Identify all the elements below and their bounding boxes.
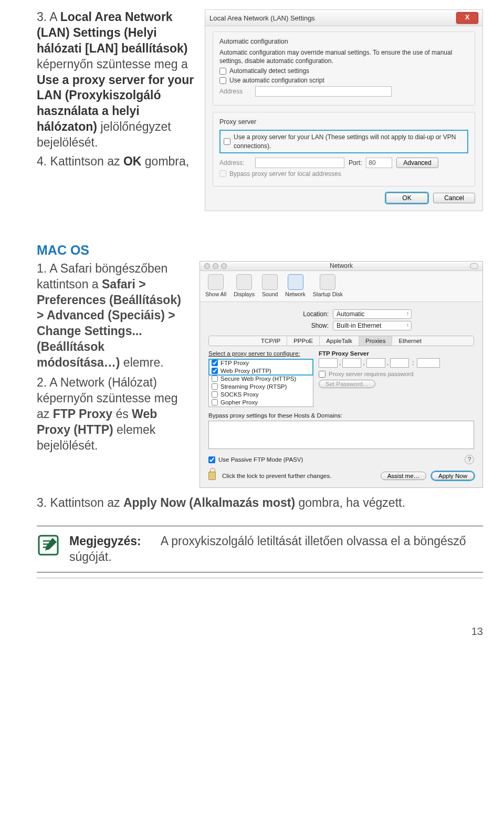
t: gombra, ha végzett. — [295, 496, 405, 509]
script-address-input[interactable] — [255, 86, 392, 97]
lock-text: Click the lock to prevent further change… — [222, 473, 331, 479]
checkbox[interactable] — [212, 383, 218, 390]
label: Sound — [262, 291, 278, 297]
value: Automatic — [337, 310, 364, 318]
lan-settings-dialog: Local Area Network (LAN) Settings X Auto… — [205, 9, 483, 211]
proxy-address-label: Address: — [219, 159, 251, 166]
tab-proxies[interactable]: Proxies — [359, 336, 392, 346]
label: Use Passive FTP Mode (PASV) — [218, 456, 303, 463]
proxy-address-fields: . . . : — [319, 358, 474, 368]
apply-now-button[interactable]: Apply Now — [432, 472, 474, 480]
advanced-button[interactable]: Advanced — [396, 158, 438, 168]
show-label: Show: — [271, 322, 329, 329]
tab-tcpip[interactable]: TCP/IP — [255, 336, 287, 346]
port-input[interactable] — [366, 158, 392, 168]
chk-bypass[interactable]: Bypass proxy server for local addresses — [219, 170, 468, 178]
proxy-sweb[interactable]: Secure Web Proxy (HTTPS) — [209, 375, 313, 383]
checkbox[interactable] — [208, 456, 215, 463]
t: 4. Kattintson az — [37, 154, 123, 168]
label: Startup Disk — [313, 291, 343, 297]
step-3: 3. A Local Area Network (LAN) Settings (… — [37, 9, 194, 151]
tb-startup[interactable]: Startup Disk — [313, 274, 343, 297]
location-select[interactable]: Automatic — [333, 309, 412, 319]
group-proxy-title: Proxy server — [217, 118, 258, 126]
checkbox[interactable] — [219, 170, 226, 177]
tb-showall[interactable]: Show All — [205, 274, 226, 297]
checkbox[interactable] — [212, 391, 218, 398]
sound-icon — [262, 274, 278, 290]
note-icon — [37, 534, 60, 557]
note: Megjegyzés: A proxykiszolgáló letiltását… — [37, 526, 483, 573]
tb-displays[interactable]: Displays — [234, 274, 255, 297]
t: 3. Kattintson az — [37, 496, 123, 509]
tab-pppoe[interactable]: PPPoE — [287, 336, 320, 346]
chk-pasv[interactable]: Use Passive FTP Mode (PASV) — [208, 456, 303, 463]
t: Apply Now (Alkalmazás most) — [123, 496, 295, 509]
grid-icon — [208, 274, 224, 290]
display-icon — [236, 274, 252, 290]
mac-titlebar: Network — [200, 262, 482, 271]
ip1[interactable] — [319, 358, 338, 368]
tab-appletalk[interactable]: AppleTalk — [320, 336, 359, 346]
ip4[interactable] — [390, 358, 409, 368]
label: Network — [285, 291, 306, 297]
checkbox[interactable] — [224, 138, 230, 145]
chk-detect[interactable]: Automatically detect settings — [219, 67, 468, 75]
proxy-port[interactable] — [417, 358, 440, 368]
t: elemre. — [120, 356, 163, 369]
port-label: Port: — [349, 159, 362, 166]
mac-step-1: 1. A Safari böngészőben kattintson a Saf… — [37, 261, 189, 371]
help-icon[interactable]: ? — [465, 455, 474, 464]
address-label: Address — [219, 88, 251, 95]
proxy-web[interactable]: Web Proxy (HTTP) — [209, 367, 313, 375]
proxy-list-head: Select a proxy server to configure: — [208, 350, 313, 357]
t: FTP Proxy — [53, 407, 112, 421]
tab-ethernet[interactable]: Ethernet — [392, 336, 427, 346]
cancel-button[interactable]: Cancel — [433, 193, 475, 203]
label: Web Proxy (HTTP) — [220, 368, 271, 374]
proxy-gopher[interactable]: Gopher Proxy — [209, 399, 313, 407]
network-icon — [288, 274, 303, 290]
t: OK — [123, 154, 142, 168]
bypass-hosts-input[interactable] — [208, 421, 474, 449]
startup-icon — [320, 274, 335, 290]
ip3[interactable] — [366, 358, 385, 368]
ok-button[interactable]: OK — [386, 193, 428, 203]
set-password-button[interactable]: Set Password… — [319, 380, 375, 388]
label: Automatically detect settings — [229, 67, 309, 75]
label: SOCKS Proxy — [220, 391, 259, 398]
checkbox[interactable] — [212, 360, 218, 366]
proxy-address-input[interactable] — [255, 158, 344, 168]
checkbox[interactable] — [319, 371, 326, 378]
chk-script[interactable]: Use automatic configuration script — [219, 77, 468, 84]
macos-heading: MAC OS — [37, 243, 483, 258]
chk-use-proxy[interactable]: Use a proxy server for your LAN (These s… — [224, 133, 464, 150]
proxy-stream[interactable]: Streaming Proxy (RTSP) — [209, 383, 313, 391]
instructions-top: 3. A Local Area Network (LAN) Settings (… — [37, 9, 194, 211]
ip2[interactable] — [342, 358, 361, 368]
checkbox[interactable] — [212, 376, 218, 382]
chk-req-pwd[interactable]: Proxy server requires password — [319, 371, 474, 378]
close-button[interactable]: X — [456, 12, 478, 24]
label: FTP Proxy — [220, 360, 249, 366]
proxy-ftp[interactable]: FTP Proxy — [209, 359, 313, 367]
tb-network[interactable]: Network — [285, 274, 306, 297]
autoconf-desc: Automatic configuration may override man… — [219, 48, 468, 65]
checkbox[interactable] — [219, 68, 226, 75]
checkbox[interactable] — [212, 399, 218, 405]
show-select[interactable]: Built-in Ethernet — [333, 321, 412, 330]
tb-sound[interactable]: Sound — [262, 274, 278, 297]
checkbox[interactable] — [219, 77, 226, 84]
t: képernyőn szüntesse meg a — [37, 57, 188, 71]
group-autoconf-title: Automatic configuration — [217, 38, 290, 45]
label: Show All — [205, 291, 226, 297]
t: 3. A — [37, 10, 60, 24]
tabs: TCP/IP PPPoE AppleTalk Proxies Ethernet — [208, 336, 474, 346]
assist-button[interactable]: Assist me… — [381, 472, 426, 480]
proxy-highlight: Use a proxy server for your LAN (These s… — [219, 130, 468, 153]
dialog-title: Local Area Network (LAN) Settings — [209, 14, 315, 22]
checkbox[interactable] — [212, 368, 218, 374]
proxy-socks[interactable]: SOCKS Proxy — [209, 391, 313, 399]
label: Use automatic configuration script — [229, 77, 324, 84]
lock-icon[interactable] — [208, 472, 216, 480]
